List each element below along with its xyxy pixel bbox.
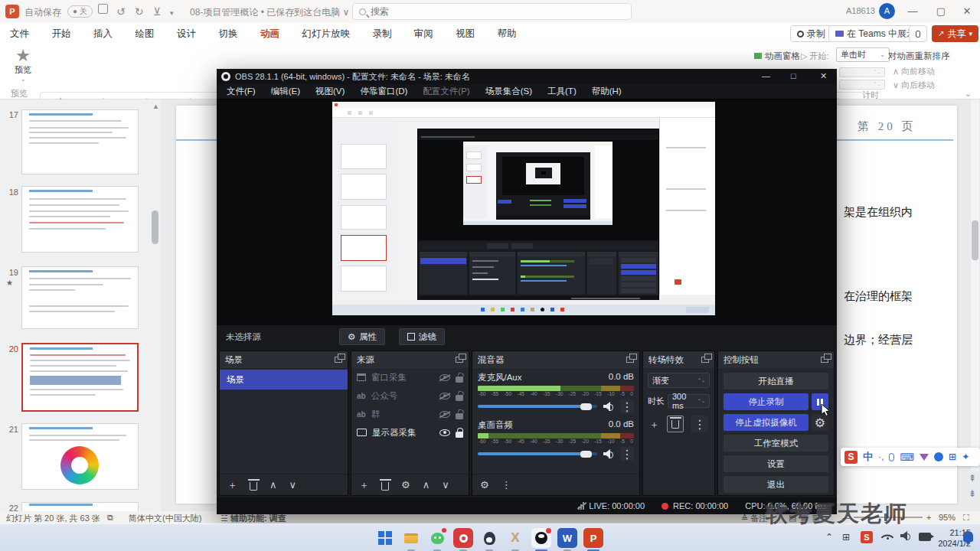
slide-thumbnail-22[interactable]: [21, 502, 139, 511]
duration-spinner[interactable]: ⌃⌄: [839, 67, 885, 77]
skin-icon[interactable]: [920, 454, 929, 461]
obs-minimize-button[interactable]: —: [762, 71, 770, 80]
undo-icon[interactable]: ↺: [116, 5, 126, 18]
ppt-minimize-button[interactable]: —: [900, 0, 926, 23]
mic-volume-slider[interactable]: [478, 405, 597, 408]
toolbox-icon[interactable]: ✦: [962, 452, 969, 462]
present-icon[interactable]: ⊻: [153, 5, 161, 18]
tab-review[interactable]: 审阅: [404, 23, 443, 44]
tab-help[interactable]: 帮助: [488, 23, 527, 44]
tray-overflow-icon[interactable]: ⌃: [825, 532, 833, 543]
language-status[interactable]: 简体中文(中国大陆): [129, 513, 201, 524]
menu-edit[interactable]: 编辑(E): [264, 86, 307, 97]
stop-virtual-camera-button[interactable]: 停止虚拟摄像机: [724, 414, 808, 431]
next-slide-button[interactable]: ⇟: [969, 488, 976, 499]
move-scene-up-icon[interactable]: ∧: [270, 480, 277, 490]
start-dropdown[interactable]: 单击时⌄: [836, 47, 890, 62]
zoom-in-button[interactable]: +: [926, 513, 931, 522]
source-text-gongzhonghao[interactable]: ab 公众号: [351, 386, 469, 405]
qq-icon[interactable]: [479, 528, 499, 548]
slide-thumbnail-21[interactable]: [21, 423, 139, 490]
ribbon-collapse-icon[interactable]: ⌄: [965, 89, 972, 99]
slide-scrollbar-thumb[interactable]: [972, 220, 978, 260]
tab-insert[interactable]: 插入: [83, 23, 122, 44]
menu-tools[interactable]: 工具(T): [541, 86, 583, 97]
move-later-button[interactable]: ∨ 向后移动: [893, 80, 935, 91]
exit-button[interactable]: 退出: [724, 476, 828, 493]
ppt-close-button[interactable]: ✕: [954, 0, 980, 23]
add-scene-icon[interactable]: ＋: [227, 480, 237, 490]
remove-scene-icon[interactable]: [250, 482, 257, 491]
volume-icon[interactable]: [900, 531, 911, 543]
qat-chevron-icon[interactable]: ▾: [170, 6, 174, 20]
visibility-hidden-icon[interactable]: [439, 374, 450, 381]
tab-file[interactable]: 文件: [0, 23, 39, 44]
record-button[interactable]: 录制: [790, 25, 832, 42]
obs-close-button[interactable]: ✕: [820, 71, 827, 81]
slide-scrollbar-track[interactable]: [971, 99, 979, 471]
apps-grid-icon[interactable]: ⊞: [949, 452, 956, 462]
word-icon[interactable]: W: [557, 528, 577, 548]
wechat-icon[interactable]: [427, 528, 447, 548]
delay-spinner[interactable]: ⌃⌄: [839, 80, 885, 90]
desktop-options-icon[interactable]: ⋮: [620, 447, 634, 461]
source-text-qun[interactable]: ab 群: [351, 405, 469, 423]
tab-home[interactable]: 开始: [41, 23, 80, 44]
start-streaming-button[interactable]: 开始直播: [724, 373, 828, 390]
lock-open-icon[interactable]: [456, 413, 463, 419]
avatar[interactable]: A: [879, 3, 895, 19]
slide-thumbnail-19[interactable]: [21, 266, 139, 329]
menu-file[interactable]: 文件(F): [220, 86, 263, 97]
redo-icon[interactable]: ↻: [135, 5, 144, 18]
menu-help[interactable]: 帮助(H): [585, 86, 629, 97]
tray-sogou-icon[interactable]: S: [861, 531, 873, 543]
add-transition-icon[interactable]: ＋: [649, 419, 659, 429]
source-window-capture[interactable]: 窗口采集: [351, 368, 469, 386]
obs-taskbar-icon[interactable]: [531, 528, 551, 548]
tab-view[interactable]: 视图: [446, 23, 485, 44]
transition-select[interactable]: 渐变⌃⌄: [648, 373, 710, 388]
thumb-scroll-up-icon[interactable]: ▲: [152, 103, 159, 110]
account-name[interactable]: A18613: [846, 6, 875, 15]
properties-button[interactable]: ⚙属性: [339, 328, 385, 345]
camera-tray-icon[interactable]: [919, 533, 931, 541]
autosave-toggle[interactable]: ● 关: [67, 5, 93, 18]
slide-thumbnail-17[interactable]: [21, 109, 139, 174]
keyboard-icon[interactable]: ⌨: [900, 452, 914, 463]
tab-animations[interactable]: 动画: [250, 23, 289, 47]
emoji-icon[interactable]: [934, 452, 943, 461]
menu-profile[interactable]: 配置文件(P): [416, 86, 476, 97]
menu-docks[interactable]: 停靠窗口(D): [353, 86, 414, 97]
move-source-up-icon[interactable]: ∧: [423, 480, 430, 490]
tab-record[interactable]: 录制: [362, 23, 401, 44]
popout-icon[interactable]: [626, 357, 634, 363]
popout-icon[interactable]: [456, 357, 463, 363]
desktop-volume-slider[interactable]: [478, 452, 597, 455]
tab-transitions[interactable]: 切换: [208, 23, 247, 44]
wifi-icon[interactable]: [882, 530, 893, 541]
slide-thumbnail-18[interactable]: [21, 186, 139, 253]
move-source-down-icon[interactable]: ∨: [442, 480, 449, 490]
lock-open-icon[interactable]: [456, 395, 463, 401]
move-scene-down-icon[interactable]: ∨: [289, 480, 297, 490]
studio-mode-button[interactable]: 工作室模式: [724, 435, 828, 452]
file-explorer-icon[interactable]: [401, 528, 421, 548]
comment-button[interactable]: [909, 25, 927, 42]
tab-slideshow[interactable]: 幻灯片放映: [292, 23, 360, 44]
animation-pane-button[interactable]: 动画窗格: [754, 51, 800, 62]
scene-list-item-selected[interactable]: 场景: [220, 370, 348, 390]
tab-design[interactable]: 设计: [167, 23, 206, 44]
microphone-icon[interactable]: [889, 453, 894, 461]
notes-button[interactable]: ≙ 备注: [741, 513, 767, 524]
red-app-icon[interactable]: [453, 528, 473, 548]
accessibility-status[interactable]: ☱ 辅助功能: 调查: [220, 513, 286, 524]
menu-view[interactable]: 视图(V): [309, 86, 351, 97]
start-button[interactable]: [375, 528, 395, 548]
move-earlier-button[interactable]: ∧ 向前移动: [893, 66, 935, 77]
menu-scene-collection[interactable]: 场景集合(S): [479, 86, 539, 97]
zoom-percent[interactable]: 95%: [939, 513, 956, 522]
share-button[interactable]: ↗共享▾: [932, 25, 978, 42]
x-app-icon[interactable]: X: [505, 528, 525, 548]
mixer-menu-icon[interactable]: ⋮: [501, 480, 511, 490]
advanced-audio-gear-icon[interactable]: ⚙: [480, 480, 489, 490]
